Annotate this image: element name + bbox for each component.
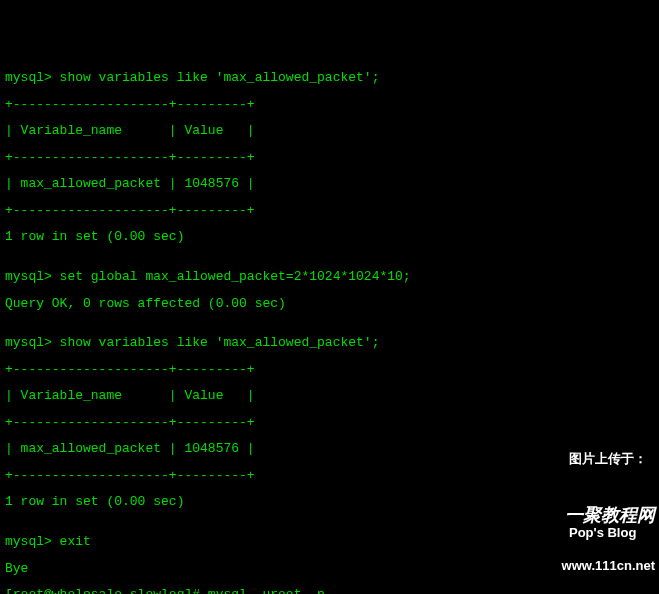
terminal-line: | max_allowed_packet | 1048576 |	[5, 177, 654, 190]
terminal-line: +--------------------+---------+	[5, 469, 654, 482]
upload-label: 图片上传于：	[569, 447, 647, 472]
terminal-line: +--------------------+---------+	[5, 151, 654, 164]
terminal-line: [root@wholesale slowlog]# mysql -uroot -…	[5, 588, 654, 594]
terminal-line: mysql> exit	[5, 535, 654, 548]
watermark-site: 一聚教程网	[562, 506, 655, 526]
terminal-line: | max_allowed_packet | 1048576 |	[5, 442, 654, 455]
terminal-line: mysql> show variables like 'max_allowed_…	[5, 71, 654, 84]
terminal-line: mysql> set global max_allowed_packet=2*1…	[5, 270, 654, 283]
terminal-line: 1 row in set (0.00 sec)	[5, 230, 654, 243]
watermark-url: www.111cn.net	[562, 559, 655, 573]
terminal-line: | Variable_name | Value |	[5, 389, 654, 402]
terminal-line: 1 row in set (0.00 sec)	[5, 495, 654, 508]
terminal-line: +--------------------+---------+	[5, 98, 654, 111]
terminal-line: mysql> show variables like 'max_allowed_…	[5, 336, 654, 349]
watermark: 一聚教程网 www.111cn.net	[562, 473, 655, 590]
terminal-line: +--------------------+---------+	[5, 363, 654, 376]
terminal-line: Query OK, 0 rows affected (0.00 sec)	[5, 297, 654, 310]
terminal-line: +--------------------+---------+	[5, 204, 654, 217]
terminal-line: +--------------------+---------+	[5, 416, 654, 429]
terminal-line: | Variable_name | Value |	[5, 124, 654, 137]
terminal-output: mysql> show variables like 'max_allowed_…	[5, 58, 654, 594]
terminal-line: Bye	[5, 562, 654, 575]
